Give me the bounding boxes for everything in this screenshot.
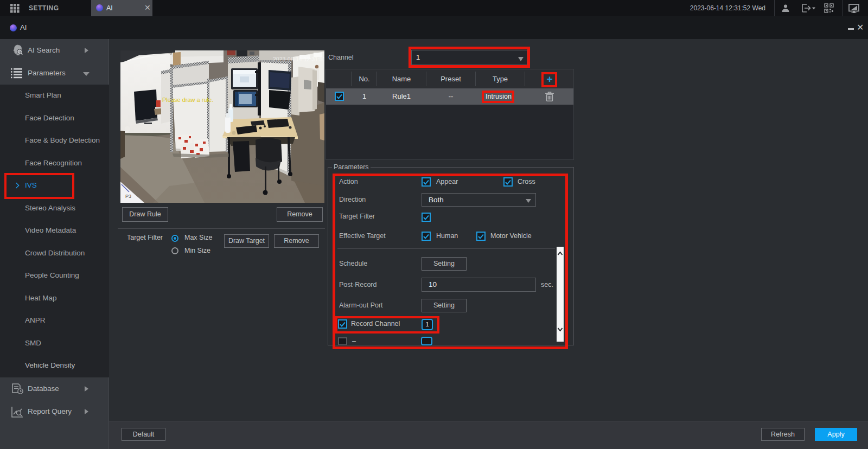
svg-text:2023-06-14 12:31:51: 2023-06-14 12:31:51: [273, 56, 324, 62]
svg-text:P3: P3: [125, 194, 131, 199]
svg-text:Please draw a rule.: Please draw a rule.: [162, 97, 213, 103]
